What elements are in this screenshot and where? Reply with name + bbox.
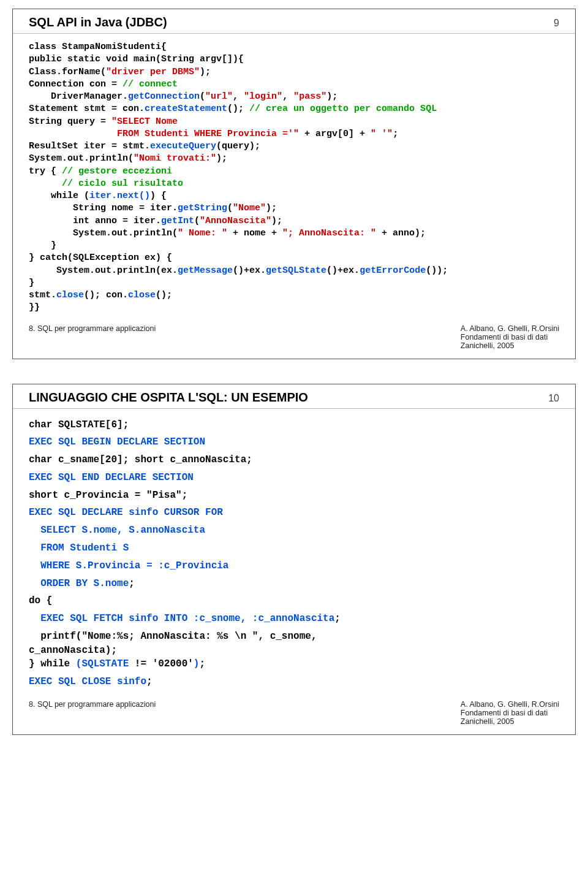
slide-title: LINGUAGGIO CHE OSPITA L'SQL: UN ESEMPIO (29, 390, 308, 405)
footer-left: 8. SQL per programmare applicazioni (29, 324, 156, 350)
footer-left: 8. SQL per programmare applicazioni (29, 700, 156, 726)
slide-9: SQL API in Java (JDBC) 9 class StampaNom… (12, 9, 576, 359)
slide-footer: 8. SQL per programmare applicazioni A. A… (13, 319, 575, 352)
slide-10: LINGUAGGIO CHE OSPITA L'SQL: UN ESEMPIO … (12, 384, 576, 736)
footer-right: A. Albano, G. Ghelli, R.Orsini Fondament… (461, 700, 559, 726)
slide-header: SQL API in Java (JDBC) 9 (13, 9, 575, 34)
slide-footer: 8. SQL per programmare applicazioni A. A… (13, 695, 575, 728)
code-block: char SQLSTATE[6];EXEC SQL BEGIN DECLARE … (13, 409, 575, 696)
code-block: class StampaNomiStudenti{public static v… (13, 34, 575, 319)
footer-right: A. Albano, G. Ghelli, R.Orsini Fondament… (461, 324, 559, 350)
slide-title: SQL API in Java (JDBC) (29, 15, 167, 29)
slide-header: LINGUAGGIO CHE OSPITA L'SQL: UN ESEMPIO … (13, 384, 575, 409)
slide-number: 10 (548, 393, 559, 404)
slide-number: 9 (554, 18, 559, 29)
